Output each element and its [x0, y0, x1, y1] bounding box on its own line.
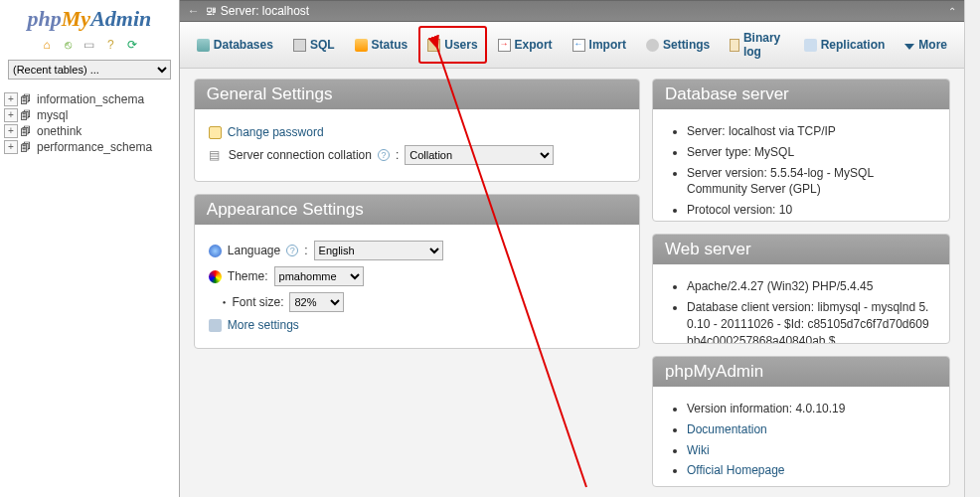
docs-icon[interactable]: ?: [103, 38, 117, 52]
db-tree-item[interactable]: + 🗐 mysql: [4, 107, 175, 123]
card-title: General Settings: [195, 80, 639, 109]
db-name: performance_schema: [37, 140, 152, 154]
home-icon[interactable]: ⌂: [40, 38, 54, 52]
databases-icon: [197, 39, 210, 52]
info-item: Server: localhost via TCP/IP: [687, 123, 935, 140]
more-settings-link[interactable]: More settings: [228, 318, 299, 332]
tab-status[interactable]: Status: [346, 26, 417, 64]
db-tree-item[interactable]: + 🗐 information_schema: [4, 91, 175, 107]
users-icon: [427, 39, 440, 52]
db-tree-item[interactable]: + 🗐 performance_schema: [4, 139, 175, 155]
tab-sql[interactable]: SQL: [284, 26, 344, 64]
language-label: Language: [228, 244, 280, 257]
help-icon[interactable]: ?: [286, 245, 298, 256]
status-icon: [355, 39, 368, 52]
palette-icon: [209, 270, 222, 283]
tab-binary-log[interactable]: Binary log: [721, 26, 792, 64]
wrench-icon: [209, 319, 222, 332]
phpmyadmin-card: phpMyAdmin Version information: 4.0.10.1…: [652, 356, 950, 487]
db-name: mysql: [37, 108, 68, 122]
card-title: Web server: [653, 235, 949, 264]
card-title: phpMyAdmin: [653, 357, 949, 387]
card-title: Database server: [653, 80, 949, 109]
settings-icon: [646, 39, 659, 52]
collapse-left-icon[interactable]: ←: [188, 4, 200, 18]
binary-log-icon: [730, 39, 739, 52]
expand-icon[interactable]: +: [4, 108, 18, 122]
collation-label: Server connection collation: [229, 148, 372, 162]
homepage-link[interactable]: Official Homepage: [687, 463, 785, 477]
info-item: Version information: 4.0.10.19: [687, 401, 935, 417]
info-item: Server type: MySQL: [687, 144, 935, 161]
export-icon: [498, 39, 511, 52]
database-server-card: Database server Server: localhost via TC…: [652, 79, 950, 222]
collation-select[interactable]: Collation: [405, 145, 554, 165]
card-title: Appearance Settings: [195, 195, 639, 225]
database-icon: 🗐: [20, 125, 34, 137]
font-size-select[interactable]: 82%: [289, 292, 344, 312]
doc-link[interactable]: Documentation: [687, 422, 767, 436]
logo-admin: Admin: [90, 6, 151, 31]
recent-tables: (Recent tables) ...: [8, 60, 171, 80]
import-icon: [572, 39, 585, 52]
globe-icon: [209, 245, 222, 257]
info-item: Apache/2.4.27 (Win32) PHP/5.4.45: [687, 278, 935, 295]
recent-tables-select[interactable]: (Recent tables) ...: [8, 60, 171, 80]
database-icon: 🗐: [20, 141, 34, 153]
theme-select[interactable]: pmahomme: [274, 266, 364, 286]
collapse-panel-icon[interactable]: ⌃: [948, 6, 956, 17]
logout-icon[interactable]: ⎋: [62, 38, 76, 52]
key-icon: [209, 126, 222, 139]
collation-icon: ▤: [209, 148, 223, 162]
language-select[interactable]: English: [314, 241, 443, 260]
tab-import[interactable]: Import: [564, 26, 635, 64]
chevron-down-icon: [904, 44, 914, 50]
expand-icon[interactable]: +: [4, 140, 18, 154]
quick-icons: ⌂ ⎋ ▭ ? ⟳: [0, 34, 179, 56]
reload-icon[interactable]: ⟳: [125, 38, 139, 52]
server-bar: ← 🖳 Server: localhost ⌃: [180, 0, 964, 22]
tab-users[interactable]: Users: [418, 26, 486, 64]
web-server-card: Web server Apache/2.4.27 (Win32) PHP/5.4…: [652, 234, 950, 344]
font-size-label: Font size:: [232, 295, 283, 309]
sql-icon[interactable]: ▭: [82, 38, 96, 52]
info-item: Database client version: libmysql - mysq…: [687, 299, 935, 344]
content-left: General Settings Change password ▤ Serve…: [194, 79, 640, 487]
sidebar: phpMyAdmin ⌂ ⎋ ▭ ? ⟳ (Recent tables) ...…: [0, 0, 179, 497]
top-tabs: Databases SQL Status Users Export Import…: [180, 22, 964, 69]
tab-replication[interactable]: Replication: [795, 26, 895, 64]
wiki-link[interactable]: Wiki: [687, 443, 710, 457]
db-name: onethink: [37, 124, 82, 138]
contribute-link[interactable]: Contribute: [687, 484, 741, 487]
change-password-link[interactable]: Change password: [228, 125, 324, 139]
content: General Settings Change password ▤ Serve…: [180, 69, 964, 497]
replication-icon: [804, 39, 817, 52]
tab-export[interactable]: Export: [489, 26, 562, 64]
server-label: Server: localhost: [221, 4, 309, 18]
tab-more[interactable]: More: [896, 26, 956, 64]
logo-my: My: [62, 6, 90, 31]
sql-icon: [293, 39, 306, 52]
expand-icon[interactable]: +: [4, 92, 18, 106]
logo[interactable]: phpMyAdmin: [0, 2, 179, 34]
general-settings-card: General Settings Change password ▤ Serve…: [194, 79, 640, 182]
main: ← 🖳 Server: localhost ⌃ Databases SQL St…: [179, 0, 964, 497]
theme-label: Theme:: [228, 269, 268, 283]
expand-icon[interactable]: +: [4, 124, 18, 138]
info-item: Protocol version: 10: [687, 202, 935, 219]
help-icon[interactable]: ?: [378, 149, 390, 161]
appearance-settings-card: Appearance Settings Language ? : English…: [194, 194, 640, 349]
server-icon: 🖳: [206, 5, 217, 17]
content-right: Database server Server: localhost via TC…: [652, 79, 950, 487]
db-tree-item[interactable]: + 🗐 onethink: [4, 123, 175, 139]
logo-php: php: [28, 6, 62, 31]
vertical-scrollbar[interactable]: [964, 0, 980, 497]
tab-databases[interactable]: Databases: [188, 26, 282, 64]
db-name: information_schema: [37, 92, 144, 106]
database-icon: 🗐: [20, 109, 34, 121]
info-item: Server version: 5.5.54-log - MySQL Commu…: [687, 165, 935, 199]
database-tree: + 🗐 information_schema + 🗐 mysql + 🗐 one…: [4, 91, 175, 155]
database-icon: 🗐: [20, 93, 34, 105]
tab-settings[interactable]: Settings: [637, 26, 719, 64]
